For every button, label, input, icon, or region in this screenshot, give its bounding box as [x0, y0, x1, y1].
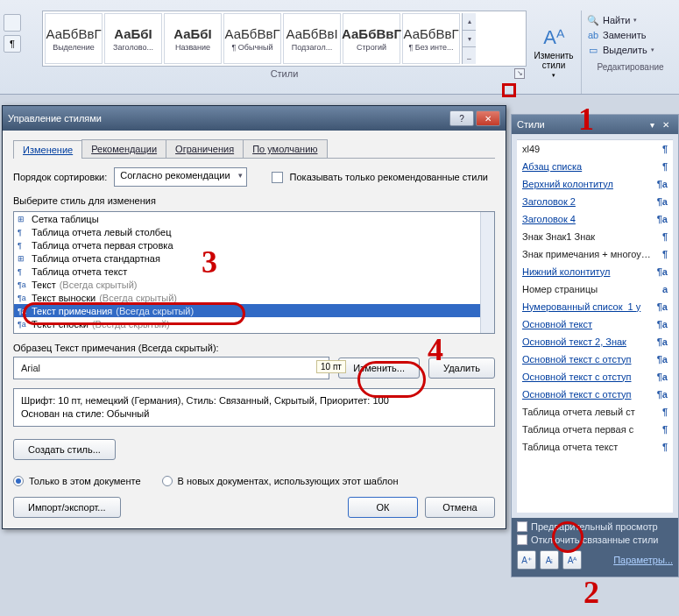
style-gallery-item[interactable]: АаБбІНазвание: [164, 13, 222, 64]
dialog-tab[interactable]: Рекомендации: [81, 139, 166, 158]
list-item[interactable]: ¶Таблица отчета текст: [14, 265, 494, 278]
help-button[interactable]: ?: [449, 110, 474, 126]
style-description: Шрифт: 10 пт, немецкий (Германия), Стиль…: [13, 388, 495, 427]
pane-style-item[interactable]: Основной текст с отступ¶a: [517, 350, 673, 368]
ok-button[interactable]: ОК: [348, 497, 418, 518]
manage-styles-icon-button[interactable]: Aᴬ: [562, 550, 582, 570]
pane-style-item[interactable]: Основной текст с отступ¶a: [517, 368, 673, 386]
pane-style-item[interactable]: Основной текст с отступ¶a: [517, 386, 673, 403]
show-recommended-label: Показывать только рекомендованные стили: [290, 172, 488, 182]
preview-checkbox[interactable]: [517, 521, 527, 532]
list-item[interactable]: ⊞Сетка таблицы: [14, 212, 494, 225]
style-gallery-item[interactable]: АаБбВвГВыделение: [45, 13, 103, 64]
ribbon: ¶ АаБбВвГВыделениеАаБбІЗаголово...АаБбІН…: [0, 0, 679, 95]
editing-group: 🔍Найти▾ abЗаменить ▭Выделить▾ Редактиров…: [581, 11, 679, 94]
chevron-down-icon: ▾: [651, 46, 654, 53]
quick-access: ¶: [0, 11, 42, 94]
cancel-button[interactable]: Отмена: [425, 497, 495, 518]
modify-button[interactable]: Изменить...: [338, 358, 420, 379]
import-export-button[interactable]: Импорт/экспорт...: [13, 497, 121, 518]
pane-style-item[interactable]: Основной текст 2, Знак¶a: [517, 333, 673, 350]
pane-dropdown-icon[interactable]: ▾: [645, 118, 659, 131]
dialog-tab[interactable]: Ограничения: [166, 139, 244, 158]
pane-titlebar[interactable]: Стили ▾ ✕: [512, 115, 678, 134]
delete-button[interactable]: Удалить: [428, 358, 495, 379]
gallery-scrollbar[interactable]: ▴ ▾ ⎯: [462, 13, 476, 64]
new-docs-radio[interactable]: В новых документах, использующих этот ша…: [162, 476, 399, 486]
pane-style-item[interactable]: Номер страницыa: [517, 280, 673, 298]
pane-style-item[interactable]: Заголовок 2¶a: [517, 193, 673, 210]
gallery-up[interactable]: ▴: [463, 13, 476, 31]
dialog-tabs: ИзменениеРекомендацииОграниченияПо умолч…: [13, 139, 495, 159]
style-gallery-item[interactable]: АаБбІЗаголово...: [104, 13, 162, 64]
only-this-doc-radio[interactable]: Только в этом документе: [13, 476, 141, 486]
style-gallery-item[interactable]: АаБбВвГ¶ Без инте...: [402, 13, 460, 64]
sort-order-select[interactable]: Согласно рекомендации: [114, 167, 246, 187]
style-inspector-icon-button[interactable]: Aᵢ: [540, 550, 559, 570]
sort-label: Порядок сортировки:: [13, 172, 107, 182]
new-style-button[interactable]: Создать стиль...: [13, 439, 116, 460]
listbox-scrollbar[interactable]: [480, 212, 494, 333]
list-item[interactable]: ¶aТема примечания (Всегда скрытый): [14, 330, 494, 334]
close-button[interactable]: ✕: [476, 110, 500, 126]
show-recommended-checkbox[interactable]: [272, 172, 283, 183]
dialog-tab[interactable]: Изменение: [13, 140, 82, 159]
find-button[interactable]: 🔍Найти▾: [587, 14, 674, 26]
dialog-title: Управление стилями: [8, 113, 102, 124]
binoculars-icon: 🔍: [587, 14, 599, 26]
dialog-tab[interactable]: По умолчанию: [243, 139, 327, 158]
styles-listbox[interactable]: ⊞Сетка таблицы¶Таблица отчета левый стол…: [13, 211, 495, 334]
list-item[interactable]: ¶aТекст выноски (Всегда скрытый): [14, 291, 494, 304]
list-item[interactable]: ¶aТекст сноски (Всегда скрытый): [14, 317, 494, 330]
manage-styles-dialog: Управление стилями ? ✕ ИзменениеРекоменд…: [2, 105, 506, 529]
pane-style-item[interactable]: Таблица отчета первая с¶: [517, 421, 673, 438]
pane-options-link[interactable]: Параметры...: [613, 555, 673, 565]
list-item[interactable]: ¶Таблица отчета левый столбец: [14, 225, 494, 238]
pane-style-item[interactable]: Заголовок 4¶a: [517, 210, 673, 228]
pane-style-list[interactable]: xl49¶Абзац списка¶Верхний колонтитул¶aЗа…: [517, 139, 673, 513]
list-item[interactable]: ¶aТекст (Всегда скрытый): [14, 278, 494, 291]
font-size-badge: 10 пт: [316, 360, 346, 373]
pane-footer: Предварительный просмотр Отключить связа…: [512, 518, 678, 577]
pane-close-icon[interactable]: ✕: [659, 118, 673, 131]
pane-style-item[interactable]: Нижний колонтитул¶a: [517, 263, 673, 280]
chevron-down-icon: ▾: [552, 72, 555, 79]
disable-linked-checkbox[interactable]: [517, 535, 527, 545]
pane-style-item[interactable]: xl49¶: [517, 140, 673, 158]
pane-style-item[interactable]: Таблица отчета текст¶: [517, 438, 673, 456]
list-item[interactable]: ¶aТекст примечания (Всегда скрытый): [14, 304, 494, 317]
style-gallery-item[interactable]: АаБбВвГ¶ Обычный: [223, 13, 281, 64]
styles-gallery: АаБбВвГВыделениеАаБбІЗаголово...АаБбІНаз…: [42, 11, 527, 67]
list-item[interactable]: ¶Таблица отчета первая стровка: [14, 238, 494, 251]
cursor-icon: ▭: [587, 44, 599, 56]
dialog-titlebar[interactable]: Управление стилями ? ✕: [3, 106, 506, 131]
styles-pane: Стили ▾ ✕ xl49¶Абзац списка¶Верхний коло…: [511, 114, 679, 577]
gallery-down[interactable]: ▾: [463, 31, 476, 48]
pane-style-item[interactable]: Знак Знак1 Знак¶: [517, 228, 673, 245]
new-style-icon-button[interactable]: A⁺: [517, 550, 536, 570]
sample-preview: Arial: [13, 357, 329, 379]
select-button[interactable]: ▭Выделить▾: [587, 44, 674, 56]
editing-group-label: Редактирование: [587, 62, 674, 72]
pane-style-item[interactable]: Знак примечания + многоуровневый, Слева:…: [517, 245, 673, 263]
styles-dialog-launcher-icon[interactable]: ↘: [514, 68, 525, 79]
change-styles-button[interactable]: Aᴬ Изменить стили ▾: [527, 11, 581, 94]
annotation-2: 2: [584, 574, 599, 611]
list-item[interactable]: ⊞Таблица отчета стандартная: [14, 251, 494, 265]
change-styles-icon: Aᴬ: [543, 26, 564, 49]
pane-style-item[interactable]: Верхний колонтитул¶a: [517, 175, 673, 193]
pane-style-item[interactable]: Нумерованный список_1 у¶a: [517, 298, 673, 315]
qat-btn[interactable]: [4, 14, 21, 32]
style-gallery-item[interactable]: АаБбВвІПодзагол...: [283, 13, 341, 64]
chevron-down-icon: ▾: [633, 17, 637, 24]
pane-style-item[interactable]: Таблица отчета левый ст¶: [517, 403, 673, 421]
gallery-more[interactable]: ⎯: [463, 47, 476, 64]
pane-style-item[interactable]: Абзац списка¶: [517, 158, 673, 175]
replace-button[interactable]: abЗаменить: [587, 29, 674, 41]
pane-style-item[interactable]: Основной текст¶a: [517, 315, 673, 333]
sample-label: Образец Текст примечания (Всегда скрытый…: [13, 343, 495, 353]
paragraph-marks-icon[interactable]: ¶: [4, 35, 21, 53]
styles-gallery-group: АаБбВвГВыделениеАаБбІЗаголово...АаБбІНаз…: [42, 11, 527, 94]
styles-group-label: Стили ↘: [42, 67, 527, 81]
style-gallery-item[interactable]: АаБбВвГСтрогий: [343, 13, 400, 64]
